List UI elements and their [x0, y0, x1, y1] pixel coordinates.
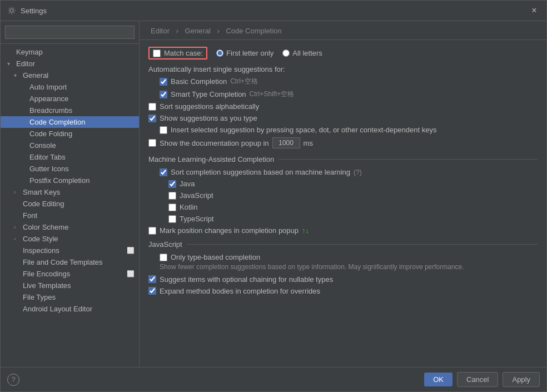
basic-completion-row: Basic Completion Ctrl+空格 [148, 77, 538, 86]
search-box [1, 21, 139, 44]
sidebar-item-inspections[interactable]: Inspections ⬜ [1, 245, 139, 256]
basic-completion-label: Basic Completion [171, 77, 227, 86]
js-divider-line [187, 244, 538, 245]
sidebar-item-android-layout-editor[interactable]: Android Layout Editor [1, 303, 139, 315]
toggle-icon: ▾ [14, 72, 21, 78]
match-case-checkbox[interactable] [153, 49, 161, 57]
sidebar-item-code-style[interactable]: › Code Style [1, 233, 139, 245]
basic-completion-checkbox[interactable] [160, 78, 167, 86]
search-input[interactable] [5, 26, 135, 39]
ml-javascript-checkbox[interactable] [168, 192, 176, 200]
insert-selected-checkbox[interactable] [160, 126, 167, 134]
sort-arrows-icon: ↑↓ [302, 226, 309, 235]
ml-kotlin-row: Kotlin [148, 203, 538, 211]
radio-all-letters-label: All letters [292, 49, 322, 57]
apply-button[interactable]: Apply [503, 372, 540, 387]
show-doc-popup-row: Show the documentation popup in ms [148, 137, 538, 148]
sidebar-item-auto-import[interactable]: Auto Import [1, 81, 139, 93]
match-case-label: Match case: [164, 49, 203, 57]
breadcrumb-sep1: › [176, 27, 181, 35]
sidebar-item-postfix-completion[interactable]: Postfix Completion [1, 175, 139, 186]
radio-all-letters[interactable] [282, 49, 290, 57]
ml-java-checkbox[interactable] [168, 180, 176, 188]
ml-divider-line [279, 159, 538, 160]
close-button[interactable]: × [529, 5, 540, 16]
sidebar-item-label: File Encodings [23, 270, 70, 278]
sidebar-item-code-completion[interactable]: Code Completion [1, 116, 139, 128]
mark-position-checkbox[interactable] [148, 227, 156, 235]
sidebar-item-file-types[interactable]: File Types [1, 291, 139, 303]
sidebar-item-font[interactable]: Font [1, 210, 139, 221]
help-button[interactable]: ? [7, 374, 19, 386]
sidebar: Keymap ▾ Editor ▾ General Auto Import [1, 21, 140, 367]
js-type-based-checkbox[interactable] [160, 254, 167, 261]
ml-kotlin-checkbox[interactable] [168, 204, 176, 211]
breadcrumb-general: General [185, 27, 211, 35]
sidebar-item-label: Inspections [23, 246, 59, 255]
sidebar-item-gutter-icons[interactable]: Gutter Icons [1, 163, 139, 175]
sidebar-item-label: Editor [16, 59, 35, 68]
js-optional-chaining-checkbox[interactable] [148, 275, 156, 283]
sidebar-item-keymap[interactable]: Keymap [1, 46, 139, 58]
ml-typescript-label: TypeScript [180, 215, 213, 223]
sidebar-item-editor[interactable]: ▾ Editor [1, 58, 139, 70]
match-case-box: Match case: [148, 47, 207, 59]
sidebar-item-color-scheme[interactable]: › Color Scheme [1, 221, 139, 233]
show-suggestions-label: Show suggestions as you type [160, 114, 257, 122]
smart-type-row: Smart Type Completion Ctrl+Shift+空格 [148, 90, 538, 99]
ml-javascript-label: JavaScript [180, 191, 213, 200]
doc-popup-unit: ms [304, 139, 313, 147]
radio-group: First letter only All letters [216, 49, 322, 57]
ml-javascript-row: JavaScript [148, 191, 538, 200]
sidebar-item-live-templates[interactable]: Live Templates [1, 280, 139, 291]
sidebar-item-label: Live Templates [23, 281, 71, 290]
mark-position-row: Mark position changes in completion popu… [148, 226, 538, 235]
breadcrumb: Editor › General › Code Completion [140, 21, 546, 40]
sidebar-item-label: Gutter Icons [29, 165, 69, 173]
sidebar-item-console[interactable]: Console [1, 140, 139, 151]
show-suggestions-row: Show suggestions as you type [148, 114, 538, 122]
sidebar-item-label: Keymap [16, 48, 43, 56]
ml-sort-checkbox[interactable] [160, 168, 167, 176]
sidebar-item-breadcrumbs[interactable]: Breadcrumbs [1, 105, 139, 116]
sidebar-item-file-code-templates[interactable]: File and Code Templates [1, 256, 139, 268]
smart-type-shortcut: Ctrl+Shift+空格 [250, 90, 295, 99]
sidebar-item-label: Color Scheme [23, 223, 68, 231]
js-optional-chaining-row: Suggest items with optional chaining for… [148, 275, 538, 284]
mark-position-label: Mark position changes in completion popu… [160, 226, 299, 235]
js-type-based-label: Only type-based completion [171, 253, 260, 261]
ok-button[interactable]: OK [424, 373, 452, 386]
sidebar-item-label: File Types [23, 293, 56, 301]
smart-type-checkbox[interactable] [160, 91, 167, 98]
sidebar-item-label: Breadcrumbs [29, 106, 72, 115]
show-doc-popup-checkbox[interactable] [148, 139, 156, 147]
sidebar-item-general[interactable]: ▾ General [1, 70, 139, 81]
sidebar-item-file-encodings[interactable]: File Encodings ⬜ [1, 268, 139, 280]
svg-point-0 [10, 9, 13, 12]
js-expand-method-checkbox[interactable] [148, 287, 156, 295]
sidebar-item-code-editing[interactable]: Code Editing [1, 198, 139, 210]
sidebar-item-label: File and Code Templates [23, 258, 103, 266]
sidebar-item-label: Console [29, 141, 56, 150]
sidebar-item-code-folding[interactable]: Code Folding [1, 128, 139, 140]
ml-typescript-checkbox[interactable] [168, 215, 176, 223]
sort-alpha-checkbox[interactable] [148, 103, 156, 111]
ml-typescript-row: TypeScript [148, 215, 538, 223]
radio-first-letter[interactable] [216, 49, 223, 57]
breadcrumb-editor: Editor [151, 27, 170, 35]
doc-popup-value-input[interactable] [272, 137, 300, 148]
file-encodings-badge: ⬜ [127, 270, 135, 277]
ml-kotlin-label: Kotlin [180, 203, 198, 211]
cancel-button[interactable]: Cancel [457, 372, 498, 387]
title-text: Settings [21, 7, 47, 15]
toggle-icon: › [14, 189, 21, 195]
js-type-based-row: Only type-based completion [148, 253, 538, 261]
sidebar-item-label: Code Folding [29, 130, 72, 138]
sidebar-item-smart-keys[interactable]: › Smart Keys [1, 186, 139, 198]
show-suggestions-checkbox[interactable] [148, 115, 156, 122]
sidebar-item-editor-tabs[interactable]: Editor Tabs [1, 151, 139, 163]
sidebar-item-label: Auto Import [29, 83, 67, 91]
toggle-icon: › [14, 224, 21, 230]
sidebar-item-appearance[interactable]: Appearance [1, 93, 139, 105]
title-bar: Settings × [1, 1, 546, 21]
